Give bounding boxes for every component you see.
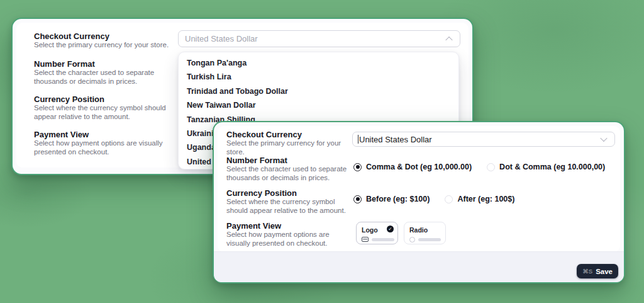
payment-card-label: Logo [362,226,378,234]
radio-option-comma-dot[interactable]: Comma & Dot (eg 10,000.00) [353,163,472,171]
field-label-checkout-currency: Checkout Currency [226,130,302,139]
field-label-checkout-currency: Checkout Currency [34,31,109,41]
keyboard-shortcut-badge: ⌘S [582,268,592,275]
currency-select-input-back[interactable] [178,30,460,47]
number-format-options: Comma & Dot (eg 10,000.00) Dot & Comma (… [353,162,605,172]
save-button[interactable]: ⌘S Save [577,264,618,278]
check-circle-icon: ✓ [387,226,394,232]
radio-option-label: Before (eg: $100) [366,195,430,203]
field-desc-currency-position: Select where the currency symbol should … [226,198,350,215]
radio-unselected-icon [445,195,453,203]
credit-card-icon [362,237,369,242]
field-label-currency-position: Currency Position [226,188,297,198]
field-label-number-format: Number Format [34,59,95,69]
panel-footer: ⌘S Save [214,251,624,282]
text-caret [358,135,358,144]
field-desc-payment-view: Select how payment options are visually … [226,231,352,248]
radio-unselected-icon [487,163,495,171]
save-button-label: Save [596,268,613,275]
field-label-payment-view: Payment View [34,130,89,139]
field-desc-checkout-currency: Select the primary currency for your sto… [34,41,179,50]
field-label-currency-position: Currency Position [34,94,104,104]
radio-circle-icon [409,237,415,243]
radio-option-before[interactable]: Before (eg: $100) [353,195,430,203]
settings-panel-front: Checkout Currency Select the primary cur… [213,121,625,283]
radio-option-label: Comma & Dot (eg 10,000.00) [366,163,472,171]
payment-view-card-logo[interactable]: Logo ✓ [356,222,398,244]
skeleton-bar [372,238,394,241]
field-desc-number-format: Select the character used to separate th… [34,69,169,86]
field-desc-checkout-currency: Select the primary currency for your sto… [226,139,358,156]
field-label-payment-view: Payment View [226,221,281,231]
dropdown-item[interactable]: Tongan Pa'anga [179,56,458,70]
radio-option-after[interactable]: After (eg: 100$) [445,195,514,203]
field-desc-currency-position: Select where the currency symbol should … [34,104,169,121]
dropdown-item[interactable]: Turkish Lira [179,70,458,84]
dropdown-item[interactable]: New Taiwan Dollar [179,98,458,112]
radio-option-label: After (eg: 100$) [457,195,514,203]
currency-select-front[interactable] [352,132,615,147]
field-desc-number-format: Select the character used to separate th… [226,165,350,182]
field-desc-payment-view: Select how payment options are visually … [34,139,172,156]
currency-select-back[interactable] [178,30,460,47]
currency-select-input-front[interactable] [352,132,615,147]
radio-selected-icon [353,195,362,203]
field-label-number-format: Number Format [226,156,287,165]
payment-view-card-radio[interactable]: Radio [404,222,446,244]
skeleton-bar [418,238,441,241]
radio-option-label: Dot & Comma (eg 10.000,00) [499,163,605,171]
dropdown-item[interactable]: Trinidad and Tobago Dollar [179,84,458,98]
radio-option-dot-comma[interactable]: Dot & Comma (eg 10.000,00) [487,163,605,171]
payment-card-label: Radio [409,226,428,234]
radio-selected-icon [353,163,362,171]
currency-position-options: Before (eg: $100) After (eg: 100$) [353,194,514,204]
